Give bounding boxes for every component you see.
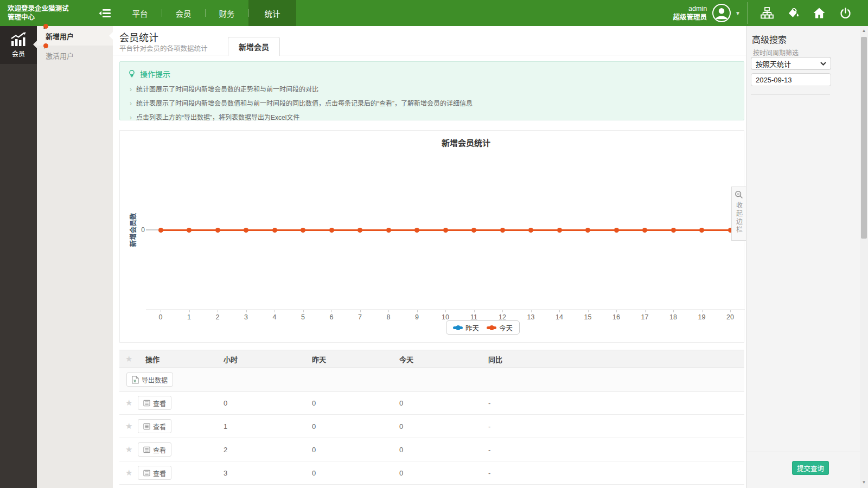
cell-yoy: - <box>488 422 744 431</box>
scroll-down-icon[interactable]: ▼ <box>860 480 868 485</box>
power-icon[interactable] <box>839 7 852 20</box>
x-axis-tick-label: 1 <box>180 313 199 321</box>
data-point <box>329 228 334 233</box>
period-select-value: 按照天统计 <box>756 59 791 69</box>
view-button[interactable]: 查看 <box>138 419 171 433</box>
excel-file-icon <box>132 376 139 384</box>
x-axis-tick-label: 8 <box>379 313 398 321</box>
view-button[interactable]: 查看 <box>138 442 171 457</box>
caret-right-icon: › <box>130 86 132 93</box>
x-axis-tick-label: 5 <box>294 313 312 321</box>
cell-yesterday: 0 <box>312 469 399 477</box>
collapse-label: 收起边栏 <box>735 202 744 234</box>
x-axis-tick <box>559 310 560 312</box>
x-axis-tick-label: 15 <box>579 313 597 321</box>
x-axis-tick <box>702 310 703 312</box>
avatar[interactable] <box>712 4 731 22</box>
panel-divider <box>746 452 860 452</box>
view-button[interactable]: 查看 <box>138 466 171 480</box>
x-axis-tick-label: 9 <box>408 313 426 321</box>
vertical-scrollbar: ▲ ▼ <box>860 26 868 488</box>
x-axis-tick <box>218 310 218 312</box>
tip-text: 统计图展示了时间段内新增会员数的走势和与前一时间段的对比 <box>136 84 318 93</box>
module-active-notch <box>33 41 37 48</box>
x-axis-tick <box>161 310 161 312</box>
data-point <box>500 228 505 233</box>
x-axis-tick <box>730 310 731 312</box>
tip-item: › 点击列表上方的“导出数据”，将列表数据导出为Excel文件 <box>127 112 736 121</box>
nav-item-members[interactable]: 会员 <box>162 0 205 26</box>
cell-yesterday: 0 <box>312 422 399 431</box>
export-label: 导出数据 <box>142 375 168 384</box>
caret-right-icon: › <box>130 100 132 107</box>
x-axis-tick-label: 12 <box>493 313 512 321</box>
line-chart: 新增会员统计 新增会员数 0 0123456789101112131415161… <box>119 130 744 343</box>
x-axis-tick <box>246 310 247 312</box>
tab-new-members[interactable]: 新增会员 <box>228 37 280 56</box>
user-block: admin 超级管理员 ▼ <box>673 4 747 22</box>
x-axis-tick <box>331 310 332 312</box>
star-icon[interactable]: ★ <box>125 445 132 454</box>
x-axis-tick-label: 2 <box>208 313 227 321</box>
x-axis-tick <box>417 310 418 312</box>
legend-item-今天[interactable]: 今天 <box>487 323 513 333</box>
nav-item-statistics[interactable]: 统计 <box>248 0 296 26</box>
x-axis-tick-label: 4 <box>265 313 284 321</box>
data-point <box>301 228 305 233</box>
x-axis-tick-label: 19 <box>693 313 711 321</box>
nav-item-finance[interactable]: 财务 <box>205 0 248 26</box>
tip-item: › 统计图展示了时间段内新增会员数的走势和与前一时间段的对比 <box>127 84 736 93</box>
legend-item-昨天[interactable]: 昨天 <box>453 323 479 333</box>
x-axis-tick-label: 14 <box>550 313 569 321</box>
scrollbar-thumb[interactable] <box>861 37 867 239</box>
paint-bucket-icon[interactable] <box>787 7 800 20</box>
bullet-icon: · <box>43 24 48 29</box>
scroll-up-icon[interactable]: ▲ <box>860 28 868 33</box>
export-row: 导出数据 <box>119 368 744 391</box>
period-select[interactable]: 按照天统计 <box>751 57 831 70</box>
cell-yoy: - <box>488 469 744 477</box>
module-sidebar: 会员 <box>0 26 37 488</box>
export-data-button[interactable]: 导出数据 <box>126 373 173 387</box>
cell-hour: 2 <box>224 446 312 454</box>
collapse-sidebar-tab[interactable]: 收起边栏 <box>731 187 746 241</box>
col-header-action: 操作 <box>145 354 224 364</box>
tip-text: 统计表展示了时间段内新增会员数值和与前一时间段的同比数值，点击每条记录后的“查看… <box>136 98 473 107</box>
sitemap-icon[interactable] <box>761 7 774 20</box>
tips-title: 操作提示 <box>140 68 170 79</box>
caret-right-icon: › <box>130 114 132 121</box>
data-point <box>443 228 448 233</box>
submit-query-button[interactable]: 提交查询 <box>792 461 829 475</box>
legend-marker-icon <box>487 325 496 330</box>
x-axis-tick <box>616 310 617 312</box>
data-point <box>386 228 391 233</box>
module-label: 会员 <box>12 49 25 58</box>
star-icon[interactable]: ★ <box>125 468 132 477</box>
view-button[interactable]: 查看 <box>138 396 171 410</box>
data-point <box>557 228 562 233</box>
sidebar-item-new-users[interactable]: · 新增用户 <box>37 26 113 46</box>
chevron-down-icon <box>820 62 826 66</box>
top-navigation: 平台 会员 财务 统计 <box>118 0 296 26</box>
view-label: 查看 <box>153 422 166 431</box>
home-icon[interactable] <box>813 7 826 20</box>
advanced-search-panel: 高级搜索 按时间周期筛选 按照天统计 提交查询 <box>746 26 860 488</box>
list-icon <box>143 470 150 477</box>
sidebar-item-activated-users[interactable]: · 激活用户 <box>37 46 113 65</box>
view-label: 查看 <box>153 445 166 454</box>
main-content: 会员统计 平台针对会员的各项数据统计 新增会员 操作提示 › 统计图展示了时间段… <box>113 26 746 488</box>
stats-table: ★ 操作 小时 昨天 今天 同比 导出数据 ★查看000-★查看100-★查看2… <box>119 350 744 485</box>
table-row: ★查看100- <box>119 415 744 438</box>
filter-label: 按时间周期筛选 <box>753 48 799 57</box>
x-axis-tick <box>303 310 304 312</box>
star-icon[interactable]: ★ <box>125 398 132 407</box>
star-icon[interactable]: ★ <box>125 421 132 431</box>
tip-text: 点击列表上方的“导出数据”，将列表数据导出为Excel文件 <box>136 112 299 121</box>
data-point <box>585 228 590 233</box>
sidebar-item-members-module[interactable]: 会员 <box>0 26 37 64</box>
nav-item-platform[interactable]: 平台 <box>118 0 162 26</box>
chevron-down-icon[interactable]: ▼ <box>735 10 741 16</box>
date-input[interactable] <box>751 73 831 86</box>
x-axis-tick-label: 20 <box>721 313 739 321</box>
sidebar-toggle-icon[interactable] <box>98 7 112 19</box>
